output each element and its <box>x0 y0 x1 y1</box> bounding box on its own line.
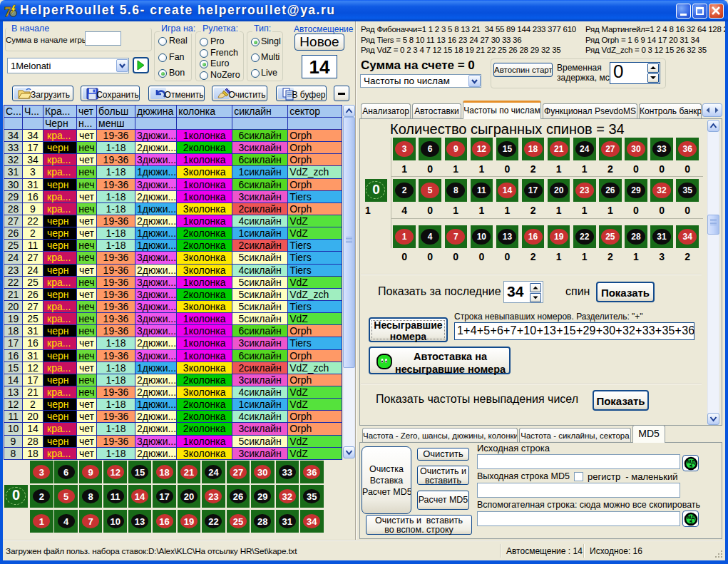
svg-text:5: 5 <box>689 519 692 525</box>
svg-text:5: 5 <box>689 463 692 470</box>
